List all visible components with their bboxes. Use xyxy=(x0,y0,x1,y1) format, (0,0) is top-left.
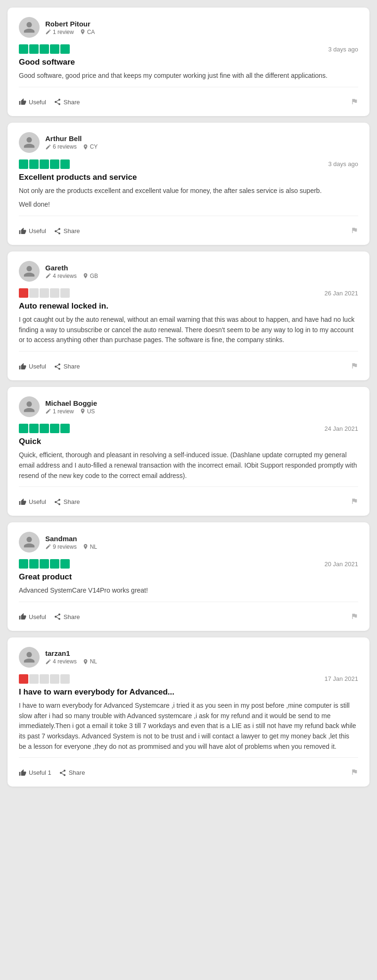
review-date: 3 days ago xyxy=(328,160,358,168)
user-icon xyxy=(23,400,36,413)
useful-button[interactable]: Useful xyxy=(19,498,46,506)
reviews-count: 1 review xyxy=(53,408,74,415)
star-filled xyxy=(19,559,28,569)
reviews-count-item: 6 reviews xyxy=(45,143,77,150)
star-filled xyxy=(19,424,28,433)
useful-button[interactable]: Useful xyxy=(19,227,46,235)
useful-label: Useful xyxy=(29,498,46,505)
action-buttons: Useful Share xyxy=(19,363,80,370)
review-rating-row: 3 days ago xyxy=(19,44,358,54)
share-button[interactable]: Share xyxy=(54,363,80,370)
review-text: I got caught out by the auto renewal, wi… xyxy=(19,315,358,345)
review-card: Robert Pitour 1 review CA xyxy=(8,8,369,116)
flag-icon xyxy=(351,497,358,505)
avatar xyxy=(19,647,40,668)
pencil-icon xyxy=(45,29,51,35)
share-icon xyxy=(54,227,61,235)
thumbup-icon xyxy=(19,498,26,506)
review-date: 20 Jan 2021 xyxy=(324,561,358,568)
flag-icon xyxy=(351,98,358,105)
divider xyxy=(19,216,358,216)
review-card: tarzan1 4 reviews NL xyxy=(8,637,369,787)
reviewer-location: NL xyxy=(90,658,97,665)
review-card: Gareth 4 reviews GB xyxy=(8,251,369,380)
star-filled xyxy=(60,424,70,433)
reviews-count: 9 reviews xyxy=(53,544,77,550)
share-button[interactable]: Share xyxy=(54,613,80,620)
share-icon xyxy=(59,769,66,777)
flag-button[interactable] xyxy=(351,768,358,777)
review-actions: Useful Share xyxy=(19,608,358,621)
star-filled xyxy=(40,559,49,569)
reviewer-header: Sandman 9 reviews NL xyxy=(19,532,358,553)
share-label: Share xyxy=(64,363,80,370)
reviewer-header: Robert Pitour 1 review CA xyxy=(19,17,358,38)
star-filled xyxy=(50,159,59,169)
action-buttons: Useful 1 Share xyxy=(19,769,85,777)
review-rating-row: 3 days ago xyxy=(19,159,358,169)
user-icon xyxy=(23,651,36,664)
share-button[interactable]: Share xyxy=(54,98,80,106)
share-icon xyxy=(54,363,61,370)
action-buttons: Useful Share xyxy=(19,227,80,235)
star-empty xyxy=(50,674,59,684)
pencil-icon xyxy=(45,408,51,414)
reviewer-location: GB xyxy=(90,273,98,279)
review-rating-row: 24 Jan 2021 xyxy=(19,424,358,433)
review-text: Quick, efficient, thorough and pleasant … xyxy=(19,450,358,481)
review-date: 17 Jan 2021 xyxy=(324,675,358,682)
flag-button[interactable] xyxy=(351,497,358,506)
useful-button[interactable]: Useful xyxy=(19,363,46,370)
share-button[interactable]: Share xyxy=(54,498,80,506)
share-button[interactable]: Share xyxy=(54,227,80,235)
reviewer-meta: 6 reviews CY xyxy=(45,143,98,150)
star-rating xyxy=(19,44,70,54)
reviewer-header: tarzan1 4 reviews NL xyxy=(19,647,358,668)
reviews-count: 1 review xyxy=(53,29,74,35)
star-filled xyxy=(19,288,28,298)
reviewer-meta: 4 reviews NL xyxy=(45,658,97,665)
thumbup-icon xyxy=(19,769,26,777)
review-body: 24 Jan 2021 Quick Quick, efficient, thor… xyxy=(19,424,358,481)
useful-button[interactable]: Useful xyxy=(19,613,46,620)
avatar xyxy=(19,132,40,153)
review-actions: Useful Share xyxy=(19,357,358,371)
user-icon xyxy=(23,136,36,149)
avatar xyxy=(19,396,40,417)
flag-button[interactable] xyxy=(351,612,358,621)
flag-button[interactable] xyxy=(351,98,358,107)
reviewer-header: Michael Boggie 1 review US xyxy=(19,396,358,417)
flag-icon xyxy=(351,226,358,234)
divider xyxy=(19,486,358,487)
reviewer-header: Gareth 4 reviews GB xyxy=(19,261,358,282)
flag-button[interactable] xyxy=(351,226,358,235)
share-icon xyxy=(54,98,61,106)
flag-icon xyxy=(351,612,358,620)
star-filled xyxy=(19,674,28,684)
review-title: Quick xyxy=(19,437,358,446)
reviewer-location: CY xyxy=(90,143,98,150)
thumbup-icon xyxy=(19,227,26,235)
useful-button[interactable]: Useful 1 xyxy=(19,769,51,777)
star-filled xyxy=(60,559,70,569)
review-rating-row: 26 Jan 2021 xyxy=(19,288,358,298)
star-rating xyxy=(19,288,70,298)
flag-button[interactable] xyxy=(351,362,358,371)
reviews-count-item: 1 review xyxy=(45,29,74,35)
review-body: 20 Jan 2021 Great product Advanced Syste… xyxy=(19,559,358,596)
reviews-count: 4 reviews xyxy=(53,273,77,279)
review-body: 26 Jan 2021 Auto renewal locked in. I go… xyxy=(19,288,358,345)
useful-button[interactable]: Useful xyxy=(19,98,46,106)
reviewer-info: Gareth 4 reviews GB xyxy=(45,264,98,279)
review-paragraph: Good software, good price and that keeps… xyxy=(19,71,358,81)
review-title: Auto renewal locked in. xyxy=(19,302,358,311)
avatar xyxy=(19,532,40,553)
star-filled xyxy=(50,559,59,569)
reviews-container: Robert Pitour 1 review CA xyxy=(8,8,369,787)
review-body: 3 days ago Excellent products and servic… xyxy=(19,159,358,210)
share-button[interactable]: Share xyxy=(59,769,85,777)
share-label: Share xyxy=(69,769,85,776)
pencil-icon xyxy=(45,144,51,150)
review-card: Arthur Bell 6 reviews CY xyxy=(8,123,369,245)
review-title: Excellent products and service xyxy=(19,173,358,182)
